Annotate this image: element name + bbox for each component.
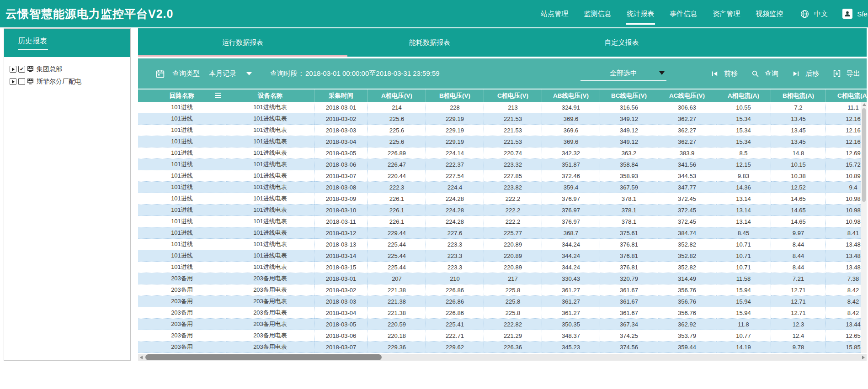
table-row[interactable]: 101进线101进线电表2018-03-05226.89224.14220.74…: [138, 147, 867, 159]
table-cell: 369.6: [542, 136, 600, 147]
table-cell: 203备用电表: [226, 342, 314, 353]
export-button[interactable]: 导出: [833, 69, 860, 78]
table-row[interactable]: 203备用203备用电表2018-03-04221.38226.86225.83…: [138, 307, 867, 319]
header-cell[interactable]: 采集时间: [314, 89, 368, 102]
scroll-up-icon[interactable]: [863, 103, 866, 106]
table-cell: 227.85: [484, 170, 542, 182]
table-cell: 225.8: [484, 296, 542, 307]
table-cell: 226.1: [368, 216, 426, 227]
header-label: 采集时间: [329, 92, 353, 100]
table-row[interactable]: 101进线101进线电表2018-03-03225.6229.19221.533…: [138, 125, 867, 136]
nav-item-3[interactable]: 统计报表: [622, 0, 659, 27]
nav-item-1[interactable]: 站点管理: [536, 0, 573, 27]
table-body: 101进线101进线电表2018-03-01214228213324.91316…: [138, 102, 867, 353]
table-cell: 101进线: [138, 136, 226, 147]
table-row[interactable]: 101进线101进线电表2018-03-08222.3224.4223.8235…: [138, 182, 867, 193]
table-cell: 2018-03-02: [314, 284, 368, 296]
table-row[interactable]: 101进线101进线电表2018-03-14225.44223.3220.893…: [138, 250, 867, 262]
table-row[interactable]: 203备用203备用电表2018-03-07229.36229.62226.36…: [138, 342, 867, 353]
table-row[interactable]: 101进线101进线电表2018-03-02225.6229.19221.533…: [138, 113, 867, 125]
header-cell[interactable]: 回路名称: [138, 89, 226, 102]
table-cell: 15.34: [716, 113, 771, 125]
column-menu-icon[interactable]: [215, 93, 221, 99]
table-row[interactable]: 101进线101进线电表2018-03-11226.1224.28222.237…: [138, 216, 867, 227]
table-cell: 224.28: [426, 205, 484, 216]
table-row[interactable]: 101进线101进线电表2018-03-01214228213324.91316…: [138, 102, 867, 113]
table-cell: 362.27: [658, 125, 716, 136]
tree-item[interactable]: 斯菲尔分厂配电: [10, 75, 130, 88]
header-cell[interactable]: C相电压(V): [484, 89, 542, 102]
table-row[interactable]: 101进线101进线电表2018-03-06226.47222.37223.32…: [138, 159, 867, 170]
tab-1[interactable]: 运行数据报表: [138, 28, 347, 57]
table-row[interactable]: 203备用203备用电表2018-03-03221.38226.86225.83…: [138, 296, 867, 307]
table-row[interactable]: 101进线101进线电表2018-03-09226.1224.28222.237…: [138, 193, 867, 205]
prev-button[interactable]: 前移: [711, 69, 738, 78]
table-cell: 10.15: [771, 159, 826, 170]
horizontal-scrollbar[interactable]: [138, 354, 867, 361]
header-cell[interactable]: B相电压(V): [426, 89, 484, 102]
user-name[interactable]: Sfere: [857, 10, 868, 18]
expander-icon[interactable]: [10, 66, 16, 73]
scroll-right-icon[interactable]: [862, 356, 865, 359]
table-cell: 362.92: [658, 319, 716, 330]
checkbox[interactable]: ✔: [18, 66, 25, 73]
nav-item-4[interactable]: 事件信息: [665, 0, 702, 27]
vertical-scrollbar[interactable]: [861, 102, 867, 353]
query-period-value[interactable]: 2018-03-01 00:00:00至2018-03-31 23:59:59: [305, 69, 440, 78]
table-row[interactable]: 101进线101进线电表2018-03-04225.6229.19221.533…: [138, 136, 867, 147]
horizontal-scroll-thumb[interactable]: [145, 354, 382, 360]
user-avatar-icon[interactable]: [842, 9, 852, 19]
tree-item-label: 斯菲尔分厂配电: [37, 78, 81, 86]
table-cell: 15.94: [716, 296, 771, 307]
table-cell: 352.82: [658, 262, 716, 273]
language-label[interactable]: 中文: [814, 10, 828, 18]
table-row[interactable]: 203备用203备用电表2018-03-02221.38226.86225.83…: [138, 284, 867, 296]
table-cell: 2018-03-07: [314, 170, 368, 182]
vertical-scroll-thumb[interactable]: [862, 108, 866, 202]
nav-item-5[interactable]: 资产管理: [708, 0, 745, 27]
header-cell[interactable]: B相电流(A): [771, 89, 826, 102]
tree-item[interactable]: ✔集团总部: [10, 63, 130, 75]
header-cell[interactable]: A相电压(V): [368, 89, 426, 102]
header-cell[interactable]: 设备名称: [226, 89, 314, 102]
header-cell[interactable]: BC线电压(V): [600, 89, 658, 102]
scroll-left-icon[interactable]: [140, 356, 143, 359]
table-cell: 101进线电表: [226, 147, 314, 159]
table-cell: 372.46: [542, 170, 600, 182]
table-cell: 2018-03-09: [314, 193, 368, 205]
table-cell: 101进线: [138, 182, 226, 193]
globe-icon[interactable]: [800, 9, 809, 19]
table-row[interactable]: 101进线101进线电表2018-03-13225.44223.3220.893…: [138, 239, 867, 250]
table-cell: 367.59: [600, 182, 658, 193]
table-row[interactable]: 101进线101进线电表2018-03-15225.44223.3220.893…: [138, 262, 867, 273]
expander-icon[interactable]: [10, 78, 16, 85]
table-cell: 203备用电表: [226, 307, 314, 319]
table-cell: 2018-03-02: [314, 113, 368, 125]
station-select[interactable]: 全部选中: [580, 66, 666, 81]
tab-3[interactable]: 自定义报表: [512, 28, 731, 57]
nav-item-2[interactable]: 监测信息: [579, 0, 616, 27]
table-cell: 101进线电表: [226, 159, 314, 170]
header-cell[interactable]: A相电流(A): [716, 89, 771, 102]
station-select-arrow-icon[interactable]: [659, 71, 665, 75]
calendar-icon[interactable]: [155, 69, 165, 79]
table-cell: 351.87: [542, 159, 600, 170]
query-type-value[interactable]: 本月记录: [209, 69, 236, 78]
checkbox[interactable]: [18, 78, 25, 85]
header-cell[interactable]: C相电流(A): [826, 89, 867, 102]
nav-item-6[interactable]: 视频监控: [751, 0, 788, 27]
search-button[interactable]: 查询: [751, 69, 778, 78]
table-row[interactable]: 101进线101进线电表2018-03-10226.1224.28222.237…: [138, 205, 867, 216]
table-row[interactable]: 101进线101进线电表2018-03-12229.44227.6225.773…: [138, 227, 867, 239]
table-row[interactable]: 203备用203备用电表2018-03-01207210217330.43320…: [138, 273, 867, 284]
table-row[interactable]: 203备用203备用电表2018-03-06220.18222.71221.29…: [138, 330, 867, 342]
next-button[interactable]: 后移: [792, 69, 819, 78]
tab-2[interactable]: 能耗数据报表: [347, 28, 512, 57]
query-type-dropdown-icon[interactable]: [246, 72, 252, 75]
table-row[interactable]: 203备用203备用电表2018-03-05220.59225.41222.82…: [138, 319, 867, 330]
table-row[interactable]: 101进线101进线电表2018-03-07220.44227.54227.85…: [138, 170, 867, 182]
header-cell[interactable]: AC线电压(V): [658, 89, 716, 102]
table-header: 回路名称设备名称采集时间A相电压(V)B相电压(V)C相电压(V)AB线电压(V…: [138, 89, 867, 102]
header-cell[interactable]: AB线电压(V): [542, 89, 600, 102]
table-cell: 358.84: [600, 159, 658, 170]
